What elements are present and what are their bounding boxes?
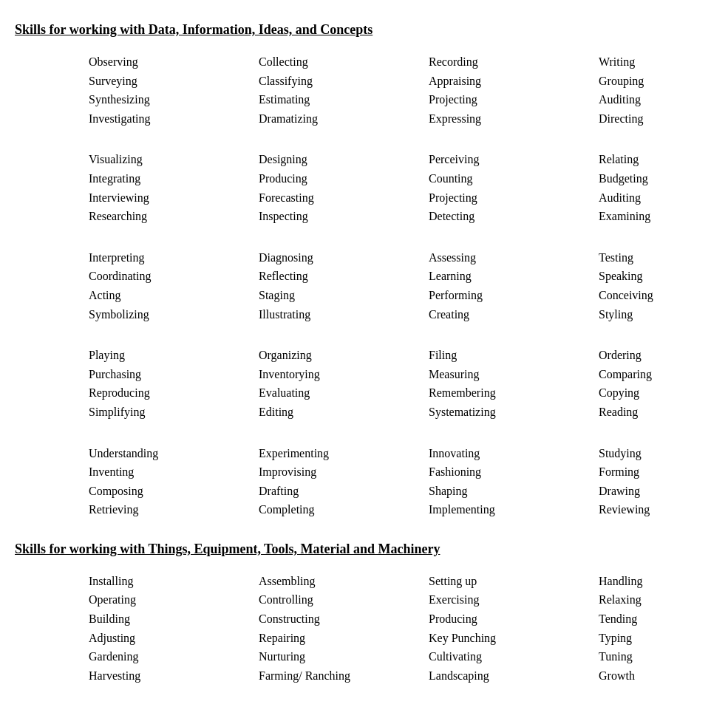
skill-item: Typing — [599, 629, 728, 648]
skill-item: Drawing — [599, 482, 728, 501]
skill-item: Evaluating — [259, 383, 429, 403]
skill-item: Comparing — [599, 365, 728, 384]
skill-item: Gardening — [89, 647, 259, 666]
skill-item: Grouping — [599, 72, 728, 91]
skill-item: Reading — [599, 403, 728, 422]
skill-item: Counting — [429, 169, 599, 188]
skill-item: Estimating — [259, 90, 429, 109]
skill-item: Editing — [259, 403, 429, 422]
section1-group-2-col-3: TestingSpeakingConceivingStyling — [599, 248, 728, 324]
skill-item: Farming/ Ranching — [259, 666, 429, 686]
section1-group-1-col-2: PerceivingCountingProjectingDetecting — [429, 150, 599, 225]
section1-group-4: UnderstandingInventingComposingRetrievin… — [89, 444, 713, 519]
skill-item: Relating — [599, 150, 728, 169]
section2-group-0-col-3: HandlingRelaxingTendingTypingTuningGrowt… — [599, 572, 728, 686]
section2-group-0: InstallingOperatingBuildingAdjustingGard… — [89, 572, 713, 686]
section1-group-3-col-0: PlayingPurchasingReproducingSimplifying — [89, 346, 259, 421]
skill-item: Exercising — [429, 590, 599, 609]
skill-item: Improvising — [259, 462, 429, 482]
skill-item: Controlling — [259, 590, 429, 609]
page-container: Skills for working with Data, Informatio… — [15, 22, 713, 685]
skill-item: Reflecting — [259, 267, 429, 286]
section2-groups: InstallingOperatingBuildingAdjustingGard… — [15, 572, 713, 686]
skill-item: Diagnosing — [259, 248, 429, 267]
skill-item: Fashioning — [429, 462, 599, 482]
skill-item: Adjusting — [89, 629, 259, 648]
skill-item: Classifying — [259, 72, 429, 91]
skill-item: Acting — [89, 286, 259, 305]
section1-group-1-col-3: RelatingBudgetingAuditingExamining — [599, 150, 728, 225]
section1-group-2-col-0: InterpretingCoordinatingActingSymbolizin… — [89, 248, 259, 324]
skill-item: Surveying — [89, 72, 259, 91]
skill-item: Landscaping — [429, 666, 599, 686]
skill-item: Researching — [89, 207, 259, 226]
skill-item: Symbolizing — [89, 305, 259, 324]
skill-item: Examining — [599, 207, 728, 226]
section2: Skills for working with Things, Equipmen… — [15, 542, 713, 686]
skill-item: Systematizing — [429, 403, 599, 422]
skill-item: Composing — [89, 482, 259, 501]
skill-item: Detecting — [429, 207, 599, 226]
skill-item: Auditing — [599, 188, 728, 208]
skill-item: Illustrating — [259, 305, 429, 324]
skill-item: Setting up — [429, 572, 599, 591]
skill-item: Reproducing — [89, 383, 259, 403]
skill-item: Drafting — [259, 482, 429, 501]
section1-group-0: ObservingSurveyingSynthesizingInvestigat… — [89, 52, 713, 128]
skill-item: Constructing — [259, 609, 429, 629]
skill-item: Dramatizing — [259, 109, 429, 129]
section1-group-4-col-2: InnovatingFashioningShapingImplementing — [429, 444, 599, 519]
skill-item: Implementing — [429, 500, 599, 519]
skill-item: Writing — [599, 52, 728, 72]
section1-group-0-col-1: CollectingClassifyingEstimatingDramatizi… — [259, 52, 429, 128]
skill-item: Staging — [259, 286, 429, 305]
section1-group-1-col-0: VisualizingIntegratingInterviewingResear… — [89, 150, 259, 225]
section1-group-2: InterpretingCoordinatingActingSymbolizin… — [89, 248, 713, 324]
skill-item: Remembering — [429, 383, 599, 403]
section1-group-2-col-2: AssessingLearningPerformingCreating — [429, 248, 599, 324]
skill-item: Growth — [599, 666, 728, 686]
skill-item: Playing — [89, 346, 259, 365]
section1-group-1: VisualizingIntegratingInterviewingResear… — [89, 150, 713, 225]
skill-item: Purchasing — [89, 365, 259, 384]
section1-group-3: PlayingPurchasingReproducingSimplifyingO… — [89, 346, 713, 421]
section1-title: Skills for working with Data, Informatio… — [15, 22, 713, 38]
skill-item: Auditing — [599, 90, 728, 109]
skill-item: Expressing — [429, 109, 599, 129]
skill-item: Building — [89, 609, 259, 629]
skill-item: Inventorying — [259, 365, 429, 384]
section1-group-2-col-1: DiagnosingReflectingStagingIllustrating — [259, 248, 429, 324]
skill-item: Innovating — [429, 444, 599, 463]
skill-item: Observing — [89, 52, 259, 72]
skill-item: Forming — [599, 462, 728, 482]
skill-item: Speaking — [599, 267, 728, 286]
skill-item: Reviewing — [599, 500, 728, 519]
skill-item: Inspecting — [259, 207, 429, 226]
skill-item: Copying — [599, 383, 728, 403]
skill-item: Designing — [259, 150, 429, 169]
section1-group-3-col-3: OrderingComparingCopyingReading — [599, 346, 728, 421]
skill-item: Learning — [429, 267, 599, 286]
skill-item: Tuning — [599, 647, 728, 666]
skill-item: Conceiving — [599, 286, 728, 305]
skill-item: Visualizing — [89, 150, 259, 169]
skill-item: Understanding — [89, 444, 259, 463]
skill-item: Appraising — [429, 72, 599, 91]
skill-item: Investigating — [89, 109, 259, 129]
section2-group-0-col-0: InstallingOperatingBuildingAdjustingGard… — [89, 572, 259, 686]
skill-item: Coordinating — [89, 267, 259, 286]
skill-item: Harvesting — [89, 666, 259, 686]
skill-item: Forecasting — [259, 188, 429, 208]
skill-item: Assessing — [429, 248, 599, 267]
skill-item: Studying — [599, 444, 728, 463]
skill-item: Styling — [599, 305, 728, 324]
skill-item: Synthesizing — [89, 90, 259, 109]
skill-item: Tending — [599, 609, 728, 629]
skill-item: Budgeting — [599, 169, 728, 188]
skill-item: Collecting — [259, 52, 429, 72]
skill-item: Cultivating — [429, 647, 599, 666]
skill-item: Creating — [429, 305, 599, 324]
skill-item: Producing — [429, 609, 599, 629]
skill-item: Nurturing — [259, 647, 429, 666]
section1-group-0-col-2: RecordingAppraisingProjectingExpressing — [429, 52, 599, 128]
